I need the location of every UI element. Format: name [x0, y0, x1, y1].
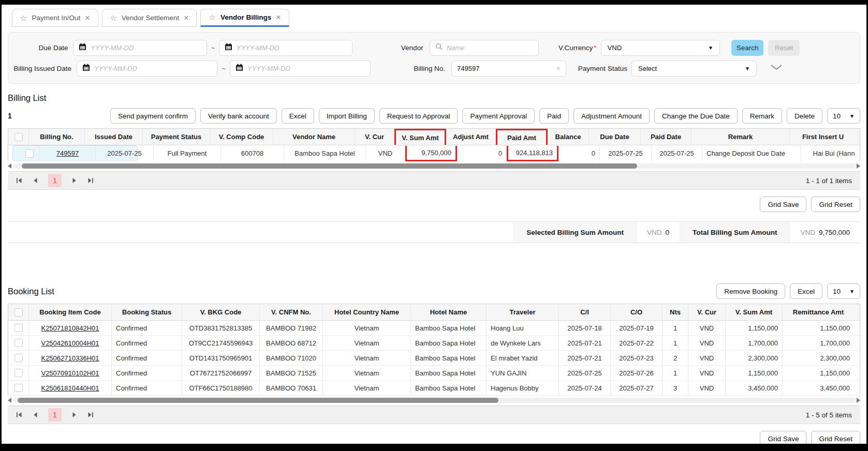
clear-icon[interactable]: × [556, 64, 561, 72]
column-header-hotel-name[interactable]: Hotel Name [411, 304, 487, 320]
column-header-booking-status[interactable]: Booking Status [112, 304, 182, 320]
favorite-star-icon[interactable]: ☆ [20, 14, 27, 22]
tab-vendor-settlement[interactable]: ☆Vendor Settlement× [102, 9, 197, 27]
billing-grid-reset-button[interactable]: Grid Reset [811, 197, 860, 212]
excel-button[interactable]: Excel [282, 108, 314, 124]
scroll-right-icon[interactable] [857, 398, 860, 403]
calendar-icon[interactable] [79, 43, 86, 53]
scroll-right-icon[interactable] [857, 163, 860, 169]
send-payment-confirm-button[interactable]: Send payment confirm [110, 108, 196, 124]
column-header-v-cur[interactable]: V. Cur [688, 304, 726, 320]
row-checkbox[interactable] [14, 354, 23, 362]
import-billing-button[interactable]: Import Billing [319, 108, 375, 124]
column-header-payment-status[interactable]: Payment Status [143, 129, 210, 145]
first-page-icon[interactable] [16, 177, 22, 184]
column-header-booking-item-code[interactable]: Booking Item Code [29, 304, 112, 320]
column-header-adjust-amt[interactable]: Adjust Amt [446, 129, 496, 145]
excel-button[interactable]: Excel [790, 283, 822, 299]
favorite-star-icon[interactable]: ☆ [209, 13, 215, 21]
favorite-star-icon[interactable]: ☆ [110, 14, 117, 22]
row-checkbox[interactable] [14, 384, 23, 392]
expand-filter-chevron-icon[interactable] [770, 64, 783, 73]
billing-no-input[interactable]: 749597 × [451, 61, 566, 77]
column-header-balance[interactable]: Balance [548, 129, 589, 145]
column-header-hotel-country-name[interactable]: Hotel Country Name [323, 304, 411, 320]
tab-close-icon[interactable]: × [276, 13, 281, 22]
current-page-button[interactable]: 1 [48, 174, 62, 187]
billing-grid-save-button[interactable]: Grid Save [760, 197, 806, 212]
paid-button[interactable]: Paid [539, 108, 569, 124]
booking-item-code-link[interactable]: K25061810440H01 [41, 384, 99, 392]
calendar-icon[interactable] [225, 43, 232, 53]
row-checkbox[interactable] [25, 149, 34, 158]
change-the-due-date-button[interactable]: Change the Due Date [654, 108, 738, 124]
row-checkbox[interactable] [14, 369, 23, 377]
column-header-traveler[interactable]: Traveler [487, 304, 559, 320]
next-page-icon[interactable] [72, 412, 77, 418]
booking-grid-save-button[interactable]: Grid Save [760, 431, 806, 444]
column-header-billing-no[interactable]: Billing No. [29, 129, 85, 145]
request-to-approval-button[interactable]: Request to Approval [379, 108, 458, 124]
billing-page-size-select[interactable]: 10 ▼ [827, 108, 860, 124]
column-header-first-insert-u[interactable]: First Insert U [790, 129, 856, 145]
column-header-remittance-amt[interactable]: Remittance Amt [783, 304, 854, 320]
booking-item-code-link[interactable]: V25042610004H01 [41, 339, 99, 347]
remove-booking-button[interactable]: Remove Booking [716, 283, 785, 299]
previous-page-icon[interactable] [33, 177, 38, 184]
row-checkbox[interactable] [14, 339, 23, 347]
column-header-issued-date[interactable]: Issued Date [85, 129, 143, 145]
current-page-button[interactable]: 1 [48, 408, 62, 422]
vendor-search-input[interactable]: Name [430, 40, 539, 56]
booking-grid-reset-button[interactable]: Grid Reset [811, 431, 860, 444]
billing-issued-to-input[interactable]: YYYY-MM-DD [230, 61, 371, 77]
scroll-left-icon[interactable] [8, 398, 11, 403]
booking-page-size-select[interactable]: 10 ▼ [827, 283, 860, 299]
column-header-c-o[interactable]: C/O [611, 304, 663, 320]
due-date-to-input[interactable]: YYYY-MM-DD [219, 40, 353, 56]
reset-button[interactable]: Reset [768, 40, 800, 56]
select-all-checkbox[interactable] [14, 133, 23, 141]
tab-payment-in-out[interactable]: ☆Payment In/Out× [12, 9, 98, 27]
verify-bank-account-button[interactable]: Verify bank account [200, 108, 277, 124]
column-header-paid-amt[interactable]: Paid Amt [496, 129, 548, 145]
column-header-v-comp-code[interactable]: V. Comp Code [210, 129, 273, 145]
v-currency-select[interactable]: VND ▼ [601, 40, 720, 56]
billing-horizontal-scrollbar[interactable] [8, 162, 860, 170]
calendar-icon[interactable] [82, 64, 90, 73]
tab-close-icon[interactable]: × [85, 14, 90, 22]
column-header-v-cur[interactable]: V. Cur [355, 129, 394, 145]
column-header-v-sum-amt[interactable]: V. Sum Amt [394, 129, 446, 145]
tab-vendor-billings[interactable]: ☆Vendor Billings× [200, 9, 289, 27]
booking-item-code-link[interactable]: K25062710336H01 [41, 354, 99, 362]
calendar-icon[interactable] [236, 64, 243, 73]
booking-horizontal-scrollbar[interactable] [8, 397, 860, 404]
column-header-remark[interactable]: Remark [692, 129, 790, 145]
scroll-left-icon[interactable] [8, 163, 11, 169]
delete-button[interactable]: Delete [787, 108, 822, 124]
select-all-checkbox[interactable] [14, 308, 23, 317]
payment-approval-button[interactable]: Payment Approval [462, 108, 535, 124]
adjustment-amount-button[interactable]: Adjustment Amount [573, 108, 650, 124]
column-header-v-sum-amt[interactable]: V. Sum Amt [726, 304, 783, 320]
column-header-c-i[interactable]: C/I [559, 304, 611, 320]
last-page-icon[interactable] [87, 177, 94, 184]
billing-issued-from-input[interactable]: YYYY-MM-DD [77, 61, 217, 77]
first-page-icon[interactable] [16, 412, 22, 418]
previous-page-icon[interactable] [33, 412, 38, 418]
booking-item-code-link[interactable]: V25070910102H01 [41, 369, 99, 377]
scrollbar-thumb[interactable] [18, 398, 498, 403]
column-header-v-cnfm-no[interactable]: V. CNFM No. [260, 304, 323, 320]
remark-button[interactable]: Remark [742, 108, 782, 124]
scrollbar-thumb[interactable] [22, 163, 637, 169]
column-header-paid-date[interactable]: Paid Date [641, 129, 692, 145]
next-page-icon[interactable] [72, 177, 77, 184]
column-header-v-bkg-code[interactable]: V. BKG Code [182, 304, 260, 320]
tab-close-icon[interactable]: × [184, 14, 188, 22]
row-checkbox[interactable] [14, 324, 23, 332]
column-header-vendor-name[interactable]: Vendor Name [273, 129, 355, 145]
last-page-icon[interactable] [87, 412, 94, 418]
booking-item-code-link[interactable]: K25071810842H01 [41, 324, 99, 332]
payment-status-select[interactable]: Select ▼ [631, 61, 757, 77]
search-button[interactable]: Search [731, 40, 763, 56]
billing-no-link[interactable]: 749597 [56, 149, 79, 157]
